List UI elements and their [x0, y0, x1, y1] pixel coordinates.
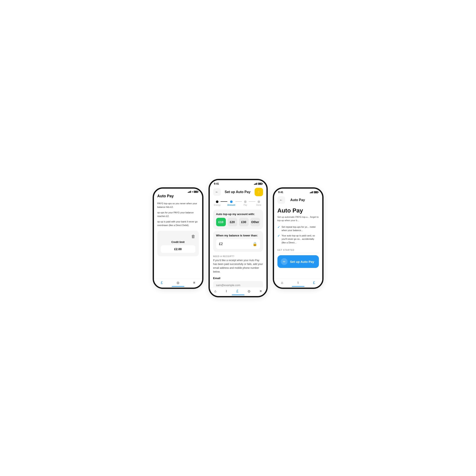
- right-phone: 9:41 ← Auto Pay: [273, 187, 323, 289]
- center-nav-title: Set up Auto Pay: [221, 190, 255, 194]
- email-label: Email: [213, 277, 263, 280]
- right-activity-icon: ⌇: [297, 281, 299, 284]
- balance-value: £2: [219, 242, 223, 246]
- signal-icon: [188, 191, 191, 193]
- step-done-label: Done: [256, 204, 261, 206]
- left-phone: ▾ Auto Pay PAYG top-ups so you never whe…: [153, 187, 204, 289]
- amount-buttons: £10 £20 £30 Other: [216, 218, 260, 226]
- right-back-arrow-icon: ←: [280, 198, 283, 202]
- receipt-section: NEED A RECEIPT? If you'd like a receipt …: [210, 254, 266, 277]
- right-nav-pound[interactable]: £: [313, 281, 315, 285]
- step-connector-1: [221, 201, 227, 202]
- infinity-icon: ∞: [281, 258, 288, 265]
- battery-icon: [194, 191, 198, 193]
- left-status-bar: ▾: [154, 189, 202, 194]
- get-started-label: GET STARTED: [274, 248, 322, 253]
- left-desc1: PAYG top-ups so you never when your bala…: [154, 200, 202, 211]
- trash-icon[interactable]: 🗑: [191, 234, 195, 239]
- left-nav-pound[interactable]: £: [161, 281, 163, 285]
- lightning-icon: ⚡: [256, 190, 261, 194]
- amount-10-button[interactable]: £10: [216, 218, 226, 226]
- center-battery-icon: [258, 183, 262, 185]
- amount-section: Auto top-up my account with: £10 £20 £30…: [213, 210, 263, 229]
- center-help-icon: ⊙: [248, 289, 250, 293]
- credit-label: Credit limit: [161, 241, 195, 244]
- check-text-1: Set repeat top-ups for yo... meter when …: [282, 225, 319, 232]
- center-nav-help[interactable]: ⊙: [248, 289, 250, 293]
- right-battery-icon: [314, 191, 318, 193]
- left-bottom-nav: £ ⊙ ≡: [154, 279, 202, 288]
- setup-autopay-button[interactable]: ∞ Set up Auto Pay: [277, 255, 319, 268]
- balance-input[interactable]: £2 🔒: [216, 239, 260, 249]
- center-time: 9:41: [214, 182, 219, 185]
- lock-icon: 🔒: [253, 242, 257, 246]
- lightning-button[interactable]: ⚡: [255, 188, 263, 196]
- left-page-title: Auto Pay: [154, 194, 202, 200]
- back-arrow-icon: ←: [215, 190, 219, 194]
- amount-20-button[interactable]: £20: [228, 218, 237, 226]
- left-desc2: op-ups for your PAYG your balance reache…: [154, 211, 202, 220]
- amount-other-button[interactable]: Other: [250, 218, 260, 226]
- check-item-2: ✓ Your auto top-up is paid card, so you'…: [277, 234, 319, 244]
- step-done: Done: [255, 201, 262, 206]
- check-mark-1: ✓: [277, 225, 280, 229]
- amount-section-label: Auto top-up my account with:: [216, 213, 260, 216]
- right-nav-header: ← Auto Pay: [274, 195, 322, 205]
- autopay-desc: Set up automatic PAYG top-u... forget to…: [274, 215, 322, 224]
- right-nav-home[interactable]: ⌂: [281, 281, 283, 285]
- right-signal-icon: [310, 191, 313, 193]
- left-nav-menu[interactable]: ≡: [193, 281, 195, 285]
- wifi-icon: ▾: [192, 191, 193, 193]
- center-nav-activity[interactable]: ⌇: [226, 289, 227, 293]
- step-amount-dot: [230, 201, 233, 203]
- right-nav-title: Auto Pay: [285, 198, 310, 202]
- step-energy-label: Energy: [214, 204, 221, 206]
- receipt-heading: NEED A RECEIPT?: [213, 255, 263, 257]
- right-time: 9:41: [278, 191, 283, 194]
- center-status-bar: 9:41: [210, 180, 266, 186]
- home-icon: ⌂: [214, 289, 216, 293]
- center-nav-menu[interactable]: ≡: [260, 289, 262, 293]
- setup-btn-text: Set up Auto Pay: [290, 260, 314, 263]
- right-status-bar: 9:41: [274, 189, 322, 195]
- progress-steps: Energy Amount Pay Done: [210, 198, 266, 208]
- activity-icon: ⌇: [226, 289, 227, 293]
- center-bottom-nav: ⌂ ⌇ £ ⊙ ≡: [210, 287, 266, 296]
- center-nav-pound[interactable]: £: [237, 289, 238, 293]
- step-energy-dot: [216, 201, 219, 203]
- balance-section: When my balance is lower than: £2 🔒: [213, 231, 263, 252]
- step-amount: Amount: [227, 201, 235, 206]
- step-pay-label: Pay: [244, 204, 247, 206]
- back-button[interactable]: ←: [213, 188, 221, 196]
- balance-section-label: When my balance is lower than:: [216, 234, 260, 237]
- right-bottom-nav: ⌂ ⌇ £: [274, 279, 322, 288]
- center-phone: 9:41 ← Set up Auto Pay: [208, 179, 268, 297]
- left-nav-help[interactable]: ⊙: [177, 281, 179, 285]
- right-home-icon: ⌂: [281, 281, 283, 285]
- pound-icon: £: [161, 281, 163, 285]
- center-pound-icon: £: [237, 289, 238, 293]
- check-text-2: Your auto top-up is paid card, so you'll…: [282, 234, 319, 244]
- step-connector-2: [235, 201, 242, 202]
- step-connector-3: [249, 201, 255, 202]
- receipt-text: If you'd like a receipt when your Auto P…: [213, 258, 263, 274]
- step-pay-dot: [244, 201, 247, 203]
- center-nav-header: ← Set up Auto Pay ⚡: [210, 186, 266, 198]
- center-signal-icon: [254, 183, 257, 185]
- step-energy: Energy: [214, 201, 221, 206]
- credit-value: £2.00: [161, 245, 195, 253]
- center-nav-home[interactable]: ⌂: [214, 289, 216, 293]
- amount-30-button[interactable]: £30: [239, 218, 249, 226]
- help-icon: ⊙: [177, 281, 179, 285]
- scene: ▾ Auto Pay PAYG top-ups so you never whe…: [143, 170, 333, 306]
- check-list: ✓ Set repeat top-ups for yo... meter whe…: [274, 224, 322, 248]
- menu-icon: ≡: [193, 281, 195, 285]
- step-amount-label: Amount: [227, 204, 235, 206]
- step-pay: Pay: [242, 201, 249, 206]
- right-pound-icon: £: [313, 281, 315, 285]
- right-nav-activity[interactable]: ⌇: [297, 281, 299, 284]
- step-done-dot: [257, 201, 260, 203]
- right-back-button[interactable]: ←: [277, 196, 285, 204]
- left-desc3: op-up is paid with your bank ll never go…: [154, 220, 202, 229]
- center-menu-icon: ≡: [260, 289, 262, 293]
